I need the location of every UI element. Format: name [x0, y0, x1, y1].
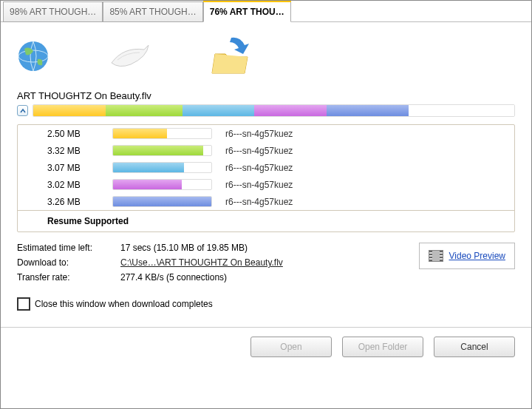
thread-list: 2.50 MB r6---sn-4g57kuez 3.32 MB r6---sn… [17, 124, 515, 232]
eta-value: 17 secs (15.10 MB of 19.85 MB) [120, 243, 248, 253]
destination-path-link[interactable]: C:\Use…\ART THOUGHTZ On Beauty.flv [120, 257, 283, 268]
tab-download-2[interactable]: 85% ART THOUGH… [103, 1, 202, 22]
thread-host: r6---sn-4g57kuez [225, 180, 507, 190]
thread-progress-bar [112, 128, 212, 139]
close-on-complete-option: Close this window when download complete… [17, 297, 515, 311]
thread-progress-bar [112, 196, 212, 207]
folder-arrow-icon [211, 35, 253, 78]
close-on-complete-label: Close this window when download complete… [35, 299, 213, 309]
thread-progress-bar [112, 162, 212, 173]
thread-fill [113, 197, 211, 206]
overall-progress-row [17, 104, 515, 117]
thread-progress-bar [112, 145, 212, 156]
thread-row: 3.32 MB r6---sn-4g57kuez [18, 142, 514, 159]
chevron-up-icon [20, 108, 26, 114]
progress-segment-4 [254, 105, 327, 116]
thread-row: 3.02 MB r6---sn-4g57kuez [18, 176, 514, 193]
download-filename: ART THOUGHTZ On Beauty.flv [17, 90, 515, 101]
progress-segment-1 [33, 105, 106, 116]
info-block: Estimated time left: 17 secs (15.10 MB o… [17, 243, 515, 287]
globe-icon [17, 40, 50, 72]
thread-row: 3.26 MB r6---sn-4g57kuez [18, 193, 514, 210]
thread-fill [113, 129, 167, 138]
rate-value: 277.4 KB/s (5 connections) [120, 272, 227, 283]
close-on-complete-checkbox[interactable] [17, 297, 30, 311]
rate-label: Transfer rate: [17, 272, 120, 283]
thread-size: 2.50 MB [47, 129, 99, 139]
tab-download-3[interactable]: 76% ART THOU… [203, 1, 291, 22]
document-fly-icon [109, 42, 151, 70]
thread-size: 3.02 MB [47, 180, 99, 190]
tab-bar: 98% ART THOUGH… 85% ART THOUGH… 76% ART … [1, 1, 531, 22]
thread-row: 2.50 MB r6---sn-4g57kuez [18, 125, 514, 142]
cancel-button[interactable]: Cancel [434, 337, 515, 357]
thread-host: r6---sn-4g57kuez [225, 146, 507, 156]
thread-size: 3.26 MB [47, 197, 99, 207]
thread-fill [113, 163, 184, 172]
transfer-illustration [17, 31, 515, 90]
thread-size: 3.07 MB [47, 163, 99, 173]
open-button[interactable]: Open [250, 337, 332, 357]
thread-host: r6---sn-4g57kuez [225, 163, 507, 173]
overall-progress-bar [33, 104, 515, 117]
svg-point-0 [18, 41, 48, 71]
open-folder-button[interactable]: Open Folder [342, 337, 423, 357]
info-table: Estimated time left: 17 secs (15.10 MB o… [17, 243, 283, 287]
thread-host: r6---sn-4g57kuez [225, 129, 507, 139]
thread-fill [113, 146, 203, 155]
film-icon [429, 250, 443, 262]
video-preview-box: Video Preview [419, 243, 516, 269]
thread-row: 3.07 MB r6---sn-4g57kuez [18, 159, 514, 176]
eta-label: Estimated time left: [17, 243, 120, 253]
thread-fill [113, 180, 182, 189]
progress-segment-3 [183, 105, 255, 116]
progress-segment-5 [327, 105, 409, 116]
tab-download-1[interactable]: 98% ART THOUGH… [3, 1, 103, 22]
progress-segment-remaining [409, 105, 514, 116]
video-preview-link[interactable]: Video Preview [449, 251, 506, 261]
download-panel: ART THOUGHTZ On Beauty.flv 2.50 MB r6---… [1, 22, 531, 311]
progress-segment-2 [106, 105, 183, 116]
thread-size: 3.32 MB [47, 146, 99, 156]
thread-host: r6---sn-4g57kuez [225, 197, 507, 207]
destination-label: Download to: [17, 257, 120, 268]
dialog-button-bar: Open Open Folder Cancel [1, 327, 531, 366]
collapse-threads-button[interactable] [17, 105, 28, 116]
resume-status: Resume Supported [18, 210, 514, 231]
thread-progress-bar [112, 179, 212, 190]
